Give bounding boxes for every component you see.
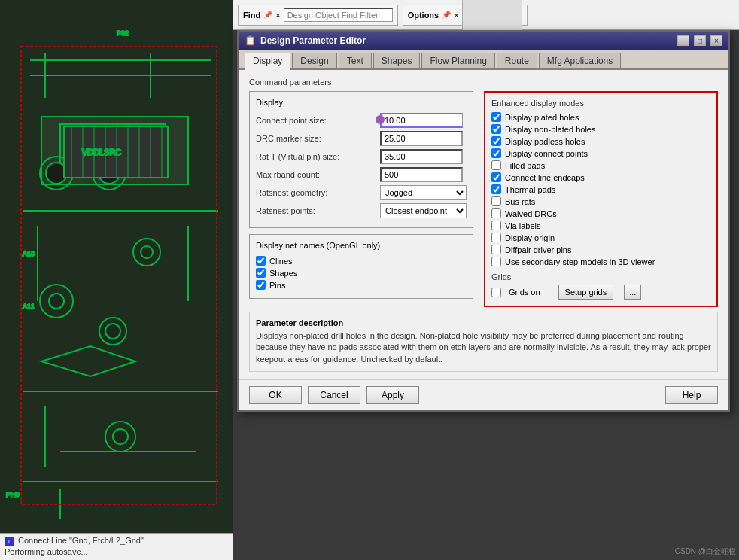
svg-point-17 <box>49 294 64 309</box>
diffpair-driver-pins-checkbox[interactable] <box>491 245 501 254</box>
shapes-checkbox[interactable] <box>256 268 266 278</box>
enhanced-display-panel: Enhanced display modes Display plated ho… <box>484 91 718 307</box>
setup-grids-button[interactable]: Setup grids <box>558 285 614 300</box>
ratsnest-geometry-select[interactable]: Jogged Manhattan Euclidean <box>380 185 467 200</box>
svg-rect-0 <box>0 0 233 534</box>
command-params-title: Command parameters <box>249 78 718 87</box>
pins-label: Pins <box>269 281 285 290</box>
connect-point-size-input[interactable] <box>380 113 463 128</box>
waived-drcs-checkbox[interactable] <box>491 208 501 218</box>
clines-checkbox[interactable] <box>256 256 266 266</box>
display-plated-holes-row: Display plated holes <box>491 112 710 122</box>
options-close-icon[interactable]: × <box>454 11 458 20</box>
filled-pads-row: Filled pads <box>491 160 710 170</box>
status-bar: i Connect Line "Gnd, Etch/L2_Gnd" Perfor… <box>0 533 233 560</box>
tab-design[interactable]: Design <box>292 53 336 68</box>
grids-on-checkbox[interactable] <box>491 288 501 297</box>
tab-mfg-applications[interactable]: Mfg Applications <box>539 53 621 68</box>
display-non-plated-holes-label: Display non-plated holes <box>505 125 595 134</box>
find-close-icon[interactable]: × <box>275 11 280 20</box>
bus-rats-checkbox[interactable] <box>491 196 501 206</box>
pcb-area: A10 A11 PH0 P32 VDDLSRC i Connect Line "… <box>0 0 233 560</box>
display-padless-holes-checkbox[interactable] <box>491 136 501 146</box>
clines-label: Clines <box>269 257 293 266</box>
close-button[interactable]: × <box>710 35 722 46</box>
ratsnest-points-select[interactable]: Closest endpoint Centroid <box>380 203 467 218</box>
drc-marker-size-input[interactable] <box>380 131 463 146</box>
waived-drcs-label: Waived DRCs <box>505 209 557 218</box>
help-button[interactable]: Help <box>665 386 718 404</box>
rat-t-size-label: Rat T (Virtual pin) size: <box>256 152 380 161</box>
cancel-button[interactable]: Cancel <box>308 386 360 404</box>
svg-text:A10: A10 <box>23 250 35 257</box>
rat-t-size-input[interactable] <box>380 149 463 164</box>
apply-button[interactable]: Apply <box>366 386 419 404</box>
two-column-layout: Display Connect point size: DRC marker s… <box>249 91 718 307</box>
secondary-step-models-checkbox[interactable] <box>491 257 501 266</box>
status-line-2: Performing autosave... <box>5 546 229 558</box>
display-non-plated-holes-checkbox[interactable] <box>491 124 501 134</box>
grids-row: Grids on Setup grids ... <box>491 285 710 300</box>
find-filter-input[interactable] <box>284 8 393 22</box>
enhanced-display-title: Enhanced display modes <box>491 99 710 108</box>
grids-section: Grids Grids on Setup grids ... <box>491 272 710 300</box>
via-labels-checkbox[interactable] <box>491 221 501 230</box>
grids-title: Grids <box>491 272 710 282</box>
ratsnest-geometry-label: Ratsnest geometry: <box>256 188 380 197</box>
dialog-title: Design Parameter Editor <box>260 35 673 46</box>
svg-text:A11: A11 <box>23 303 35 310</box>
display-connect-points-checkbox[interactable] <box>491 148 501 158</box>
param-description-section: Parameter description Displays non-plate… <box>249 312 718 372</box>
tab-route[interactable]: Route <box>497 53 537 68</box>
connect-line-endcaps-row: Connect line endcaps <box>491 172 710 182</box>
watermark: CSDN @白金旺根 <box>675 546 736 557</box>
thermal-pads-label: Thermal pads <box>505 185 555 194</box>
connect-line-endcaps-checkbox[interactable] <box>491 172 501 182</box>
display-padless-holes-label: Display padless holes <box>505 137 585 146</box>
bottom-button-bar: OK Cancel Apply Help <box>239 379 728 410</box>
design-parameter-editor-dialog: 📋 Design Parameter Editor − □ × Display … <box>237 30 730 412</box>
ratsnest-points-label: Ratsnest points: <box>256 206 380 215</box>
shapes-checkbox-row: Shapes <box>256 268 467 278</box>
pins-checkbox[interactable] <box>256 280 266 290</box>
panel-title-find: Find <box>243 11 260 20</box>
options-title: Options <box>408 11 439 20</box>
minimize-button[interactable]: − <box>677 35 689 46</box>
clines-checkbox-row: Clines <box>256 256 467 266</box>
maximize-button[interactable]: □ <box>694 35 706 46</box>
svg-text:P32: P32 <box>117 29 129 37</box>
ok-button[interactable]: OK <box>249 386 302 404</box>
drc-marker-size-row: DRC marker size: <box>256 131 467 146</box>
display-origin-checkbox[interactable] <box>491 233 501 242</box>
shapes-label: Shapes <box>269 269 297 278</box>
max-rband-count-input[interactable] <box>380 167 463 182</box>
display-non-plated-holes-row: Display non-plated holes <box>491 124 710 134</box>
connect-point-size-label: Connect point size: <box>256 116 380 125</box>
status-line-1: i Connect Line "Gnd, Etch/L2_Gnd" <box>5 535 229 546</box>
display-padless-holes-row: Display padless holes <box>491 136 710 146</box>
via-labels-row: Via labels <box>491 221 710 230</box>
thermal-pads-checkbox[interactable] <box>491 184 501 194</box>
tab-text[interactable]: Text <box>339 53 372 68</box>
options-pin-icon: 📌 <box>442 11 451 19</box>
svg-point-24 <box>113 429 128 444</box>
ellipsis-button[interactable]: ... <box>624 285 641 300</box>
filled-pads-checkbox[interactable] <box>491 160 501 170</box>
bus-rats-label: Bus rats <box>505 197 535 206</box>
secondary-step-models-label: Use secondary step models in 3D viewer <box>505 257 655 266</box>
display-plated-holes-checkbox[interactable] <box>491 112 501 122</box>
filled-pads-label: Filled pads <box>505 161 545 170</box>
tab-shapes[interactable]: Shapes <box>373 53 421 68</box>
tab-display[interactable]: Display <box>245 53 290 70</box>
top-toolbar: Find 📌 × Options 📌 × <box>233 0 739 30</box>
grids-on-label: Grids on <box>509 288 540 297</box>
display-connect-points-label: Display connect points <box>505 149 588 158</box>
find-panel: Find 📌 × <box>238 5 398 26</box>
tab-flow-planning[interactable]: Flow Planning <box>421 53 494 68</box>
display-origin-label: Display origin <box>505 233 555 242</box>
status-icon: i <box>5 537 14 546</box>
display-section: Display Connect point size: DRC marker s… <box>249 91 473 228</box>
param-description-title: Parameter description <box>256 318 711 327</box>
diffpair-driver-pins-row: Diffpair driver pins <box>491 245 710 254</box>
svg-point-19 <box>105 324 120 339</box>
